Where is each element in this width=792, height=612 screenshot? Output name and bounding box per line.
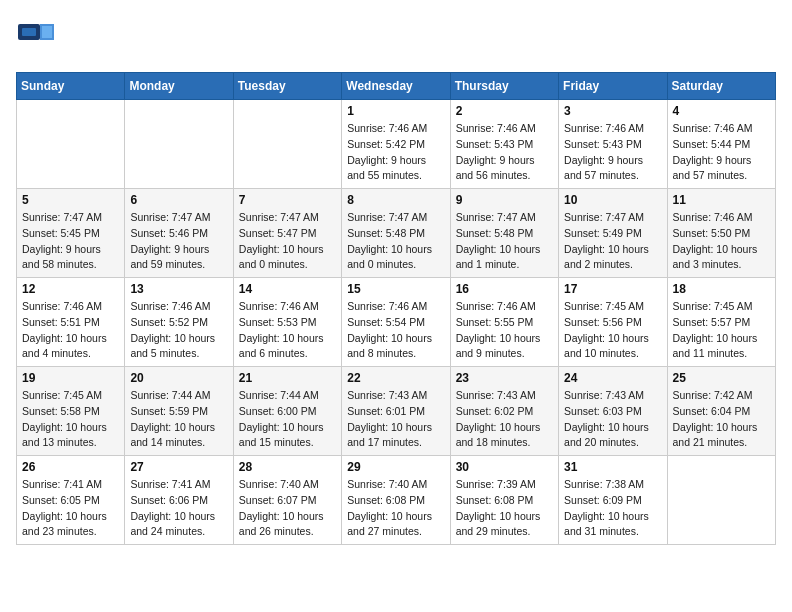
calendar-cell: 25Sunrise: 7:42 AMSunset: 6:04 PMDayligh… xyxy=(667,367,775,456)
day-info: Sunrise: 7:40 AMSunset: 6:07 PMDaylight:… xyxy=(239,477,336,540)
header-tuesday: Tuesday xyxy=(233,73,341,100)
day-info: Sunrise: 7:42 AMSunset: 6:04 PMDaylight:… xyxy=(673,388,770,451)
day-info: Sunrise: 7:46 AMSunset: 5:42 PMDaylight:… xyxy=(347,121,444,184)
calendar-cell: 28Sunrise: 7:40 AMSunset: 6:07 PMDayligh… xyxy=(233,456,341,545)
calendar-cell: 2Sunrise: 7:46 AMSunset: 5:43 PMDaylight… xyxy=(450,100,558,189)
logo-svg xyxy=(16,16,56,56)
calendar-cell xyxy=(125,100,233,189)
day-number: 12 xyxy=(22,282,119,296)
day-number: 29 xyxy=(347,460,444,474)
day-info: Sunrise: 7:46 AMSunset: 5:53 PMDaylight:… xyxy=(239,299,336,362)
day-number: 14 xyxy=(239,282,336,296)
day-number: 19 xyxy=(22,371,119,385)
day-info: Sunrise: 7:41 AMSunset: 6:06 PMDaylight:… xyxy=(130,477,227,540)
day-info: Sunrise: 7:47 AMSunset: 5:45 PMDaylight:… xyxy=(22,210,119,273)
day-number: 1 xyxy=(347,104,444,118)
page-header xyxy=(16,16,776,60)
day-number: 25 xyxy=(673,371,770,385)
calendar-cell: 24Sunrise: 7:43 AMSunset: 6:03 PMDayligh… xyxy=(559,367,667,456)
calendar-cell xyxy=(233,100,341,189)
calendar-cell: 11Sunrise: 7:46 AMSunset: 5:50 PMDayligh… xyxy=(667,189,775,278)
calendar-cell: 6Sunrise: 7:47 AMSunset: 5:46 PMDaylight… xyxy=(125,189,233,278)
logo xyxy=(16,16,60,60)
calendar-cell xyxy=(17,100,125,189)
calendar-cell: 18Sunrise: 7:45 AMSunset: 5:57 PMDayligh… xyxy=(667,278,775,367)
day-info: Sunrise: 7:43 AMSunset: 6:02 PMDaylight:… xyxy=(456,388,553,451)
day-number: 4 xyxy=(673,104,770,118)
header-saturday: Saturday xyxy=(667,73,775,100)
day-number: 10 xyxy=(564,193,661,207)
day-info: Sunrise: 7:46 AMSunset: 5:55 PMDaylight:… xyxy=(456,299,553,362)
day-number: 20 xyxy=(130,371,227,385)
day-info: Sunrise: 7:46 AMSunset: 5:43 PMDaylight:… xyxy=(564,121,661,184)
day-number: 26 xyxy=(22,460,119,474)
day-number: 2 xyxy=(456,104,553,118)
day-number: 13 xyxy=(130,282,227,296)
calendar-cell: 8Sunrise: 7:47 AMSunset: 5:48 PMDaylight… xyxy=(342,189,450,278)
day-info: Sunrise: 7:46 AMSunset: 5:51 PMDaylight:… xyxy=(22,299,119,362)
day-info: Sunrise: 7:46 AMSunset: 5:54 PMDaylight:… xyxy=(347,299,444,362)
day-number: 7 xyxy=(239,193,336,207)
day-number: 15 xyxy=(347,282,444,296)
calendar-week-3: 19Sunrise: 7:45 AMSunset: 5:58 PMDayligh… xyxy=(17,367,776,456)
calendar-cell: 26Sunrise: 7:41 AMSunset: 6:05 PMDayligh… xyxy=(17,456,125,545)
day-number: 8 xyxy=(347,193,444,207)
day-number: 21 xyxy=(239,371,336,385)
header-sunday: Sunday xyxy=(17,73,125,100)
day-number: 11 xyxy=(673,193,770,207)
day-info: Sunrise: 7:46 AMSunset: 5:44 PMDaylight:… xyxy=(673,121,770,184)
calendar-cell: 20Sunrise: 7:44 AMSunset: 5:59 PMDayligh… xyxy=(125,367,233,456)
day-number: 16 xyxy=(456,282,553,296)
calendar-cell: 12Sunrise: 7:46 AMSunset: 5:51 PMDayligh… xyxy=(17,278,125,367)
calendar-cell: 15Sunrise: 7:46 AMSunset: 5:54 PMDayligh… xyxy=(342,278,450,367)
header-monday: Monday xyxy=(125,73,233,100)
day-info: Sunrise: 7:43 AMSunset: 6:03 PMDaylight:… xyxy=(564,388,661,451)
calendar-cell: 31Sunrise: 7:38 AMSunset: 6:09 PMDayligh… xyxy=(559,456,667,545)
calendar-cell: 10Sunrise: 7:47 AMSunset: 5:49 PMDayligh… xyxy=(559,189,667,278)
calendar-cell: 17Sunrise: 7:45 AMSunset: 5:56 PMDayligh… xyxy=(559,278,667,367)
day-info: Sunrise: 7:47 AMSunset: 5:48 PMDaylight:… xyxy=(456,210,553,273)
day-info: Sunrise: 7:47 AMSunset: 5:46 PMDaylight:… xyxy=(130,210,227,273)
day-info: Sunrise: 7:38 AMSunset: 6:09 PMDaylight:… xyxy=(564,477,661,540)
calendar-header-row: SundayMondayTuesdayWednesdayThursdayFrid… xyxy=(17,73,776,100)
day-number: 23 xyxy=(456,371,553,385)
header-friday: Friday xyxy=(559,73,667,100)
calendar-cell: 30Sunrise: 7:39 AMSunset: 6:08 PMDayligh… xyxy=(450,456,558,545)
day-number: 22 xyxy=(347,371,444,385)
day-info: Sunrise: 7:44 AMSunset: 5:59 PMDaylight:… xyxy=(130,388,227,451)
calendar-table: SundayMondayTuesdayWednesdayThursdayFrid… xyxy=(16,72,776,545)
day-number: 5 xyxy=(22,193,119,207)
day-info: Sunrise: 7:47 AMSunset: 5:48 PMDaylight:… xyxy=(347,210,444,273)
calendar-cell: 7Sunrise: 7:47 AMSunset: 5:47 PMDaylight… xyxy=(233,189,341,278)
day-number: 28 xyxy=(239,460,336,474)
calendar-cell: 27Sunrise: 7:41 AMSunset: 6:06 PMDayligh… xyxy=(125,456,233,545)
day-info: Sunrise: 7:46 AMSunset: 5:50 PMDaylight:… xyxy=(673,210,770,273)
calendar-cell: 5Sunrise: 7:47 AMSunset: 5:45 PMDaylight… xyxy=(17,189,125,278)
calendar-cell: 29Sunrise: 7:40 AMSunset: 6:08 PMDayligh… xyxy=(342,456,450,545)
day-info: Sunrise: 7:45 AMSunset: 5:57 PMDaylight:… xyxy=(673,299,770,362)
day-info: Sunrise: 7:40 AMSunset: 6:08 PMDaylight:… xyxy=(347,477,444,540)
calendar-cell: 16Sunrise: 7:46 AMSunset: 5:55 PMDayligh… xyxy=(450,278,558,367)
calendar-cell: 19Sunrise: 7:45 AMSunset: 5:58 PMDayligh… xyxy=(17,367,125,456)
day-number: 17 xyxy=(564,282,661,296)
day-number: 9 xyxy=(456,193,553,207)
day-info: Sunrise: 7:47 AMSunset: 5:49 PMDaylight:… xyxy=(564,210,661,273)
calendar-week-4: 26Sunrise: 7:41 AMSunset: 6:05 PMDayligh… xyxy=(17,456,776,545)
day-number: 6 xyxy=(130,193,227,207)
calendar-week-0: 1Sunrise: 7:46 AMSunset: 5:42 PMDaylight… xyxy=(17,100,776,189)
svg-rect-1 xyxy=(22,28,36,36)
day-info: Sunrise: 7:44 AMSunset: 6:00 PMDaylight:… xyxy=(239,388,336,451)
day-number: 30 xyxy=(456,460,553,474)
calendar-cell: 22Sunrise: 7:43 AMSunset: 6:01 PMDayligh… xyxy=(342,367,450,456)
day-info: Sunrise: 7:46 AMSunset: 5:52 PMDaylight:… xyxy=(130,299,227,362)
calendar-cell: 9Sunrise: 7:47 AMSunset: 5:48 PMDaylight… xyxy=(450,189,558,278)
calendar-cell: 14Sunrise: 7:46 AMSunset: 5:53 PMDayligh… xyxy=(233,278,341,367)
day-number: 3 xyxy=(564,104,661,118)
calendar-cell xyxy=(667,456,775,545)
logo-block xyxy=(16,16,56,60)
calendar-cell: 21Sunrise: 7:44 AMSunset: 6:00 PMDayligh… xyxy=(233,367,341,456)
svg-marker-3 xyxy=(42,26,52,38)
day-info: Sunrise: 7:39 AMSunset: 6:08 PMDaylight:… xyxy=(456,477,553,540)
day-info: Sunrise: 7:43 AMSunset: 6:01 PMDaylight:… xyxy=(347,388,444,451)
calendar-week-1: 5Sunrise: 7:47 AMSunset: 5:45 PMDaylight… xyxy=(17,189,776,278)
